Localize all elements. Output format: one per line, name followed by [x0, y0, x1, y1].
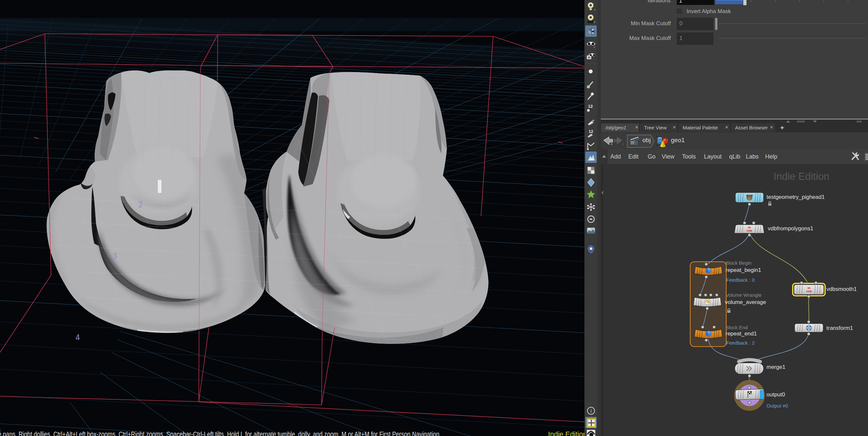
svg-text:volume_average: volume_average [725, 299, 766, 305]
svg-text:Block End: Block End [725, 325, 748, 330]
svg-text:Volume Wrangle: Volume Wrangle [725, 292, 762, 298]
svg-text:testgeometry_pighead1: testgeometry_pighead1 [767, 194, 825, 200]
svg-text:e pans, Right dollies, Ctrl+Al: e pans, Right dollies, Ctrl+Alt+Left box… [0, 430, 439, 436]
svg-text:Feedback : 2: Feedback : 2 [726, 340, 755, 346]
svg-text:12: 12 [589, 129, 593, 134]
svg-text:12: 12 [588, 104, 593, 109]
svg-text:repeat_begin1: repeat_begin1 [725, 267, 761, 273]
svg-text:transform1: transform1 [827, 325, 853, 331]
svg-text:VDB: VDB [746, 229, 752, 232]
svg-text:Indie Edition: Indie Edition [773, 171, 829, 182]
svg-text:i: i [590, 408, 592, 414]
svg-text:merge1: merge1 [767, 364, 785, 370]
svg-text:Feedback : 0: Feedback : 0 [726, 277, 755, 283]
svg-text:VDB: VDB [806, 290, 812, 293]
svg-text:repeat_end1: repeat_end1 [725, 330, 757, 337]
svg-text:Indie Edition: Indie Edition [548, 430, 585, 436]
svg-text:Block Begin: Block Begin [725, 260, 751, 266]
svg-text:∞: ∞ [807, 285, 810, 290]
svg-text:∞: ∞ [748, 225, 751, 230]
svg-text:vdbfrompolygons1: vdbfrompolygons1 [768, 225, 813, 232]
svg-text:Output #0: Output #0 [767, 403, 788, 408]
svg-text:vdbsmooth1: vdbsmooth1 [827, 286, 857, 292]
svg-text:output0: output0 [767, 391, 785, 398]
